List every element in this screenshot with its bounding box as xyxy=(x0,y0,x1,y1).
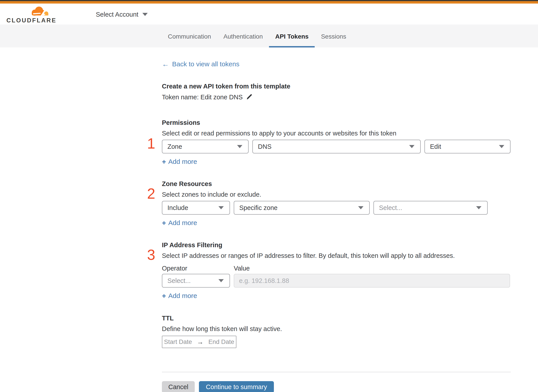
zone-resources-select-row: Include Specific zone Select... xyxy=(162,201,511,215)
ip-field-labels: Operator Value xyxy=(162,265,511,272)
plus-icon: + xyxy=(162,158,166,165)
chevron-down-icon xyxy=(218,206,224,209)
chevron-down-icon xyxy=(358,206,364,209)
tabs: Communication Authentication API Tokens … xyxy=(162,26,352,47)
permission-group-select[interactable]: DNS xyxy=(252,140,421,154)
create-token-heading: Create a new API token from this templat… xyxy=(162,83,511,90)
footer-buttons: Cancel Continue to summary xyxy=(162,381,511,392)
ip-filtering-heading: IP Address Filtering xyxy=(162,241,511,249)
chevron-down-icon xyxy=(409,145,415,148)
operator-label: Operator xyxy=(162,265,234,272)
chevron-down-icon xyxy=(476,206,482,209)
zone-include-exclude-select[interactable]: Include xyxy=(162,201,230,215)
back-to-tokens-link[interactable]: ← Back to view all tokens xyxy=(162,60,239,68)
token-name-text: Token name: Edit zone DNS xyxy=(162,93,243,101)
permission-scope-select[interactable]: Zone xyxy=(162,140,249,154)
zone-resources-add-more-link[interactable]: + Add more xyxy=(162,219,197,227)
select-account-label: Select Account xyxy=(96,11,138,18)
tab-api-tokens[interactable]: API Tokens xyxy=(269,26,315,47)
tab-communication[interactable]: Communication xyxy=(162,26,217,47)
start-date-placeholder: Start Date xyxy=(164,338,192,345)
tab-sessions[interactable]: Sessions xyxy=(315,26,352,47)
ip-filtering-description: Select IP addresses or ranges of IP addr… xyxy=(162,252,511,259)
ttl-section: TTL Define how long this token will stay… xyxy=(162,314,511,348)
step-number-1: 1 xyxy=(137,136,155,151)
zone-type-select[interactable]: Specific zone xyxy=(234,201,370,215)
end-date-placeholder: End Date xyxy=(208,338,234,345)
back-link-label: Back to view all tokens xyxy=(172,60,239,68)
add-more-label: Add more xyxy=(168,219,197,227)
select-placeholder: Select... xyxy=(168,277,191,285)
chevron-down-icon xyxy=(142,13,148,16)
select-value: DNS xyxy=(258,143,271,150)
permission-access-select[interactable]: Edit xyxy=(425,140,510,154)
add-more-label: Add more xyxy=(168,158,197,165)
right-arrow-icon: → xyxy=(197,338,204,346)
permissions-section: Permissions Select edit or read permissi… xyxy=(162,119,511,165)
zone-resources-section: Zone Resources Select zones to include o… xyxy=(162,180,511,227)
top-orange-strip xyxy=(0,1,538,4)
continue-to-summary-button[interactable]: Continue to summary xyxy=(199,381,274,392)
chevron-down-icon xyxy=(237,145,242,148)
zone-resources-heading: Zone Resources xyxy=(162,180,511,187)
select-placeholder: Select... xyxy=(379,204,402,211)
permissions-add-more-link[interactable]: + Add more xyxy=(162,158,197,165)
zone-name-select[interactable]: Select... xyxy=(374,201,488,215)
ttl-date-range-picker[interactable]: Start Date → End Date xyxy=(162,336,236,348)
select-value: Edit xyxy=(430,143,441,150)
select-value: Zone xyxy=(168,143,182,150)
back-arrow-icon: ← xyxy=(162,61,169,68)
cloudflare-logo: CLOUDFLARE xyxy=(6,6,50,23)
permissions-heading: Permissions xyxy=(162,119,511,126)
cloudflare-cloud-icon xyxy=(28,6,50,17)
value-label: Value xyxy=(234,265,250,272)
permissions-description: Select edit or read permissions to apply… xyxy=(162,130,511,137)
ip-value-input xyxy=(234,274,510,288)
ip-filtering-section: IP Address Filtering Select IP addresses… xyxy=(162,241,511,299)
select-value: Include xyxy=(168,204,188,211)
plus-icon: + xyxy=(162,292,166,299)
plus-icon: + xyxy=(162,219,166,226)
token-name-section: Create a new API token from this templat… xyxy=(162,83,511,101)
footer-divider xyxy=(162,372,511,372)
edit-pencil-icon[interactable] xyxy=(246,94,253,101)
select-value: Specific zone xyxy=(239,204,278,211)
tab-authentication[interactable]: Authentication xyxy=(217,26,269,47)
step-number-2: 2 xyxy=(137,186,155,201)
zone-resources-description: Select zones to include or exclude. xyxy=(162,191,511,198)
main-content: ← Back to view all tokens 1 2 3 Create a… xyxy=(0,47,538,392)
ttl-heading: TTL xyxy=(162,314,511,322)
ip-filtering-add-more-link[interactable]: + Add more xyxy=(162,292,197,299)
step-number-3: 3 xyxy=(137,247,155,262)
chevron-down-icon xyxy=(218,279,224,282)
chevron-down-icon xyxy=(499,145,504,148)
add-more-label: Add more xyxy=(168,292,197,299)
ttl-description: Define how long this token will stay act… xyxy=(162,325,511,333)
cloudflare-wordmark: CLOUDFLARE xyxy=(6,18,50,23)
ip-operator-select[interactable]: Select... xyxy=(162,274,230,288)
header: CLOUDFLARE Select Account xyxy=(0,4,538,25)
ip-filtering-row: Select... xyxy=(162,274,511,288)
tab-bar: Communication Authentication API Tokens … xyxy=(0,26,538,47)
select-account-dropdown[interactable]: Select Account xyxy=(96,4,148,25)
cancel-button[interactable]: Cancel xyxy=(162,381,195,392)
permissions-select-row: Zone DNS Edit xyxy=(162,140,511,154)
